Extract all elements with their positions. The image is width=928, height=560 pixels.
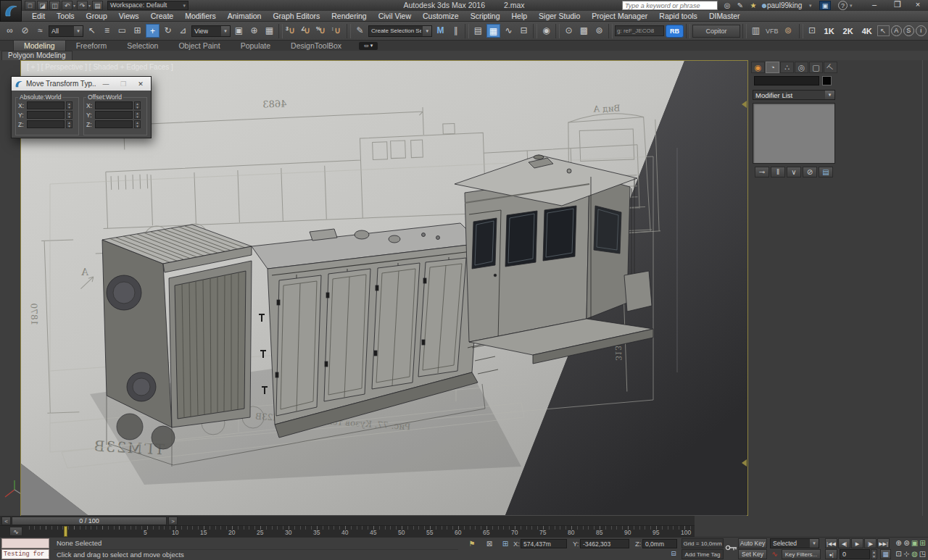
- user-name[interactable]: paul99king: [767, 1, 802, 10]
- x-coordinate-field[interactable]: 574,437m: [521, 539, 567, 548]
- vfb-setup-icon[interactable]: ▥: [749, 24, 763, 38]
- track-bar-ruler[interactable]: 5101520253035404550556065707580859095100: [25, 526, 692, 537]
- pen-icon[interactable]: ✎: [735, 1, 745, 10]
- axis-spinner[interactable]: ▲▼: [134, 101, 141, 109]
- isolate-selection-icon[interactable]: ⚑: [465, 540, 478, 548]
- modify-tab-icon[interactable]: ◔: [766, 62, 779, 73]
- chevron-down-icon[interactable]: ▾: [809, 1, 812, 10]
- align-icon[interactable]: ∥: [449, 24, 463, 38]
- percent-snap-icon[interactable]: %∪: [315, 24, 329, 38]
- material-editor-icon[interactable]: ◉: [539, 24, 553, 38]
- display-tab-icon[interactable]: ▢: [809, 62, 823, 73]
- axis-value-field[interactable]: [27, 111, 65, 119]
- menu-help[interactable]: Help: [505, 11, 533, 21]
- z-coordinate-field[interactable]: 0,0mm: [642, 539, 677, 548]
- selection-lock-icon[interactable]: ⊠: [483, 540, 496, 548]
- tab-selection[interactable]: Selection: [117, 41, 168, 51]
- menu-civil-view[interactable]: Civil View: [373, 11, 417, 21]
- current-frame-marker[interactable]: [64, 526, 67, 537]
- reference-coordinate-dropdown[interactable]: View▾: [191, 25, 231, 37]
- key-filters-button[interactable]: Key Filters...: [782, 549, 821, 559]
- current-frame-field[interactable]: 0: [840, 549, 870, 559]
- circle-i-icon[interactable]: i: [916, 25, 927, 36]
- menu-rapid-tools[interactable]: Rapid tools: [653, 11, 703, 21]
- select-and-manipulate-icon[interactable]: ⊕: [247, 24, 261, 38]
- next-frame-arrow[interactable]: >: [168, 517, 178, 525]
- select-and-rotate-icon[interactable]: ↻: [161, 24, 175, 38]
- a360-icon[interactable]: ▣: [819, 1, 831, 10]
- axis-value-field[interactable]: [27, 101, 65, 109]
- go-to-end-button[interactable]: ▶▶|: [877, 538, 890, 548]
- teapot-icon[interactable]: ⊚: [782, 24, 795, 38]
- bind-to-space-warp-icon[interactable]: ≈: [33, 24, 47, 38]
- angle-snap-icon[interactable]: ∠∪: [300, 24, 314, 38]
- scene-explorer-icon[interactable]: ▦: [486, 24, 500, 38]
- viewport-label[interactable]: [ + ] [ Perspective ] [ Shaded + Edged F…: [27, 63, 173, 71]
- rectangular-selection-icon[interactable]: ▭: [115, 24, 129, 38]
- tab-populate[interactable]: Populate: [231, 41, 281, 51]
- redo-icon[interactable]: ↷: [77, 1, 88, 10]
- menu-project-manager[interactable]: Project Manager: [586, 11, 653, 21]
- previous-frame-button[interactable]: ◀|: [838, 538, 850, 548]
- menu-animation[interactable]: Animation: [222, 11, 268, 21]
- save-file-icon[interactable]: ◫: [49, 1, 60, 10]
- zoom-extents-all-icon[interactable]: ⊞: [919, 538, 927, 548]
- tab-designtoolbox[interactable]: DesignToolBox: [281, 41, 352, 51]
- close-button[interactable]: ×: [908, 0, 928, 10]
- named-selection-dropdown[interactable]: Create Selection Se▾: [368, 25, 432, 37]
- axis-spinner[interactable]: ▲▼: [66, 101, 72, 109]
- select-by-name-icon[interactable]: ≡: [100, 24, 114, 38]
- frame-spinner[interactable]: ▲▼: [871, 549, 877, 559]
- key-mode-dropdown[interactable]: Selected ▾: [770, 538, 819, 548]
- object-color-swatch[interactable]: [822, 76, 832, 85]
- orbit-icon[interactable]: ◍: [911, 549, 919, 559]
- axis-value-field[interactable]: [27, 120, 65, 128]
- favorites-star-icon[interactable]: ★: [748, 1, 758, 10]
- show-end-result-icon[interactable]: ‖: [771, 167, 785, 177]
- copitor-button[interactable]: Copitor: [692, 25, 740, 38]
- plugin-field[interactable]: g: reF_JECO8: [615, 25, 664, 36]
- zoom-extents-icon[interactable]: ▣: [911, 538, 919, 548]
- maximize-button[interactable]: ❒: [887, 0, 908, 10]
- make-unique-icon[interactable]: ∨: [787, 167, 801, 177]
- axis-spinner[interactable]: ▲▼: [66, 120, 72, 128]
- key-filter-curve-icon[interactable]: ∿: [770, 550, 779, 559]
- menu-dimaster[interactable]: DIMaster: [703, 11, 746, 21]
- next-frame-button[interactable]: |▶: [864, 538, 877, 548]
- minimize-button[interactable]: –: [864, 0, 884, 10]
- chevron-down-icon[interactable]: ▾: [850, 1, 853, 10]
- pin-stack-icon[interactable]: ⊸: [755, 167, 769, 177]
- key-mode-toggle[interactable]: ●|: [825, 549, 837, 559]
- tab-modeling[interactable]: Modeling: [13, 40, 66, 51]
- select-and-move-icon[interactable]: +: [146, 24, 160, 38]
- search-input[interactable]: [622, 1, 718, 10]
- y-coordinate-field[interactable]: -3462,303: [580, 539, 629, 548]
- search-icon[interactable]: ◎: [722, 1, 732, 10]
- zoom-all-icon[interactable]: ⊜: [903, 538, 911, 548]
- select-and-link-icon[interactable]: ∞: [3, 24, 17, 38]
- add-time-tag[interactable]: Add Time Tag: [682, 549, 724, 559]
- set-key-button[interactable]: Set Key: [738, 549, 767, 559]
- configure-modifier-sets-icon[interactable]: ▤: [819, 167, 833, 177]
- tab-object-paint[interactable]: Object Paint: [168, 41, 230, 51]
- maximize-viewport-icon[interactable]: ◳: [919, 549, 927, 559]
- dialog-close-button[interactable]: ✕: [133, 80, 148, 88]
- window-crossing-icon[interactable]: ⊞: [130, 24, 144, 38]
- menu-customize[interactable]: Customize: [417, 11, 465, 21]
- menu-views[interactable]: Views: [113, 11, 145, 21]
- use-pivot-center-icon[interactable]: ▣: [232, 24, 246, 38]
- mini-curve-editor-icon[interactable]: ∿: [9, 527, 22, 536]
- ribbon-config-icon[interactable]: ▭ ▾: [359, 42, 378, 50]
- hierarchy-tab-icon[interactable]: ∴: [780, 62, 794, 73]
- menu-siger-studio[interactable]: Siger Studio: [533, 11, 586, 21]
- coordinate-mode-icon[interactable]: ⊞: [499, 540, 512, 548]
- open-file-icon[interactable]: ◪: [37, 1, 48, 10]
- menu-graph-editors[interactable]: Graph Editors: [267, 11, 326, 21]
- help-icon[interactable]: ?: [838, 1, 848, 10]
- curve-editor-icon[interactable]: ∿: [502, 24, 515, 38]
- snaps-toggle-icon[interactable]: 3∪: [285, 24, 299, 38]
- undo-icon[interactable]: ↶: [62, 1, 72, 10]
- select-and-scale-icon[interactable]: ⊿: [176, 24, 190, 38]
- axis-value-field[interactable]: [95, 120, 133, 128]
- menu-rendering[interactable]: Rendering: [326, 11, 372, 21]
